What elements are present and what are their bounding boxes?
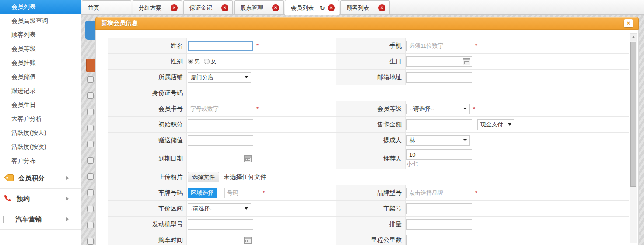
tab-close-icon[interactable]: × <box>272 4 279 11</box>
chevron-down-icon <box>508 123 511 126</box>
id-card-label: 身份证号码 <box>108 85 187 101</box>
brand-input[interactable] <box>406 188 472 198</box>
name-input[interactable] <box>188 41 253 51</box>
sidebar-item-member-credit[interactable]: 会员挂账 <box>0 56 81 70</box>
expire-date-input[interactable] <box>188 154 253 164</box>
plate-gap <box>217 188 224 198</box>
gift-stored-input[interactable] <box>188 135 253 146</box>
tab-customer-list[interactable]: 顾客列表 × <box>340 0 390 14</box>
card-no-input[interactable] <box>188 104 253 114</box>
sidebar-item-customer-distribution[interactable]: 客户分布 <box>0 154 81 168</box>
tab-label: 首页 <box>88 4 127 12</box>
sidebar: 会员列表 会员高级查询 顾客列表 会员等级 会员挂账 会员储值 跟进记录 会员生… <box>0 0 81 245</box>
form-row: 性别 男 女 生日 <box>108 54 629 70</box>
sidebar-item-activity-by-times[interactable]: 活跃度(按次) <box>0 140 81 154</box>
background-checkbox <box>87 92 94 99</box>
init-points-label: 初始积分 <box>108 117 187 132</box>
tab-home[interactable]: 首页 <box>82 0 131 14</box>
store-select[interactable]: 厦门分店 <box>188 72 251 83</box>
gender-female-radio[interactable] <box>204 59 210 64</box>
sidebar-item-activity-by-day[interactable]: 活跃度(按天) <box>0 126 81 140</box>
gift-stored-label: 赠送储值 <box>108 133 187 148</box>
birthday-label: 生日 <box>336 54 406 69</box>
engine-label: 发动机型号 <box>108 217 187 232</box>
dialog-scrollbar[interactable] <box>630 33 637 243</box>
referrer-input[interactable] <box>406 149 472 160</box>
tab-close-icon[interactable]: × <box>221 4 228 11</box>
calendar-icon[interactable] <box>244 155 252 162</box>
sidebar-item-customer-list[interactable]: 顾客列表 <box>0 28 81 42</box>
dialog-close-button[interactable]: × <box>624 19 633 27</box>
calendar-icon[interactable] <box>463 58 470 65</box>
add-member-dialog: 新增会员信息 × 姓名 * 手机 * 性别 <box>95 17 639 245</box>
phone-label: 手机 <box>336 38 406 53</box>
background-checkbox <box>87 189 94 196</box>
scrollbar-up-icon[interactable] <box>630 34 637 41</box>
level-select[interactable]: --请选择-- <box>406 104 470 114</box>
tab-close-icon[interactable]: × <box>378 4 385 11</box>
sidebar-item-member-birthday[interactable]: 会员生日 <box>0 98 81 112</box>
phone-input[interactable] <box>406 41 472 51</box>
expire-date-label: 到期日期 <box>108 148 187 169</box>
sidebar-item-member-level[interactable]: 会员等级 <box>0 42 81 56</box>
form-row: 赠送储值 提成人 林 <box>108 133 629 148</box>
id-card-input[interactable] <box>188 88 253 98</box>
form-row: 到期日期 推荐人 小七 <box>108 148 629 169</box>
commission-select[interactable]: 林 <box>406 135 470 146</box>
chevron-down-icon <box>463 139 467 141</box>
purchase-time-label: 购车时间 <box>108 232 187 245</box>
sidebar-item-member-adv-search[interactable]: 会员高级查询 <box>0 14 81 28</box>
tab-dividend-plan[interactable]: 分红方案 × <box>133 0 182 14</box>
purchase-time-input[interactable] <box>188 235 253 245</box>
init-points-input[interactable] <box>188 119 253 130</box>
commission-label: 提成人 <box>336 133 406 148</box>
vin-label: 车架号 <box>336 201 406 216</box>
file-status-text: 未选择任何文件 <box>224 173 266 181</box>
background-checkbox <box>87 222 94 228</box>
sidebar-item-follow-up[interactable]: 跟进记录 <box>0 84 81 98</box>
sidebar-item-member-stored-value[interactable]: 会员储值 <box>0 70 81 84</box>
tab-deposit-record[interactable]: 保证金记 × <box>183 0 233 14</box>
phone-icon <box>4 194 12 204</box>
sidebar-item-member-list[interactable]: 会员列表 <box>0 0 81 14</box>
tab-member-list[interactable]: 会员列表 ↻ × <box>285 0 339 15</box>
form-row: 车价区间 -请选择- 车架号 <box>108 201 629 217</box>
refresh-icon[interactable]: ↻ <box>320 4 325 11</box>
tab-close-icon[interactable]: × <box>328 4 335 11</box>
card-no-label: 会员卡号 <box>108 101 187 116</box>
store-select-value: 厦门分店 <box>191 74 214 81</box>
brand-label: 品牌型号 <box>336 185 406 200</box>
vin-input[interactable] <box>406 203 472 214</box>
mileage-input[interactable] <box>406 235 472 245</box>
sidebar-group-auto-marketing[interactable]: 汽车营销 <box>0 209 81 230</box>
email-input[interactable] <box>406 72 472 83</box>
level-label: 会员等级 <box>336 101 406 116</box>
sidebar-item-key-account-analysis[interactable]: 大客户分析 <box>0 112 81 126</box>
sidebar-group-appointment[interactable]: 预约 <box>0 189 81 209</box>
form-row: 姓名 * 手机 * <box>108 38 629 54</box>
chevron-down-icon <box>245 76 248 78</box>
displacement-input[interactable] <box>406 219 472 230</box>
dialog-header[interactable]: 新增会员信息 × <box>95 17 639 30</box>
calendar-icon[interactable] <box>244 237 252 244</box>
mileage-label: 里程公里数 <box>336 232 406 245</box>
sidebar-group-member-points[interactable]: 会员积分 <box>0 168 81 189</box>
engine-input[interactable] <box>188 219 253 230</box>
card-amount-input[interactable] <box>406 119 472 130</box>
name-label: 姓名 <box>108 38 187 53</box>
tab-close-icon[interactable]: × <box>171 4 178 11</box>
gender-male-radio[interactable] <box>188 59 193 64</box>
plate-region-button[interactable]: 区域选择 <box>188 188 217 198</box>
referrer-label: 推荐人 <box>336 148 406 169</box>
plate-number-input[interactable] <box>224 188 259 198</box>
birthday-input[interactable] <box>406 56 472 67</box>
background-checkbox <box>87 76 94 83</box>
commission-select-value: 林 <box>410 136 415 144</box>
form-row: 所属店铺 厦门分店 邮箱地址 <box>108 70 629 85</box>
pay-method-select[interactable]: 现金支付 <box>477 119 514 130</box>
tab-shareholder-mgmt[interactable]: 股东管理 × <box>234 0 284 14</box>
price-range-select[interactable]: -请选择- <box>188 203 251 214</box>
tab-label: 分红方案 <box>139 4 171 12</box>
choose-file-button[interactable]: 选择文件 <box>188 172 219 182</box>
scrollbar-thumb[interactable] <box>630 42 636 187</box>
